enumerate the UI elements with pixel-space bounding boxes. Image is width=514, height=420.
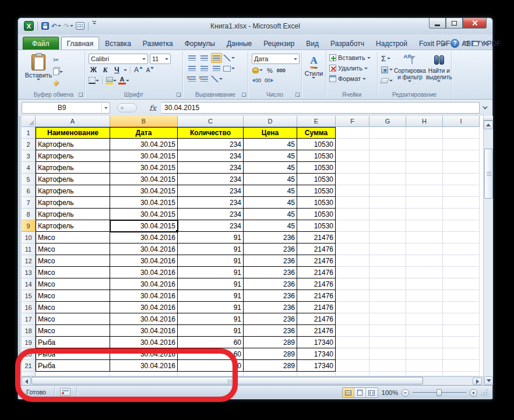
cell-I11[interactable] — [443, 243, 480, 255]
cell-D19[interactable]: 289 — [244, 337, 297, 348]
cell-C4[interactable]: 234 — [178, 162, 244, 174]
cell-F16[interactable] — [336, 302, 369, 313]
cell-A18[interactable]: Мясо — [36, 325, 110, 337]
row-header-9[interactable]: 9 — [22, 220, 36, 232]
tab-разработч[interactable]: Разработч — [325, 37, 370, 50]
cell-E19[interactable]: 17340 — [297, 337, 336, 348]
cell-D7[interactable]: 45 — [244, 197, 297, 209]
cell-G6[interactable] — [369, 185, 406, 197]
copy-button[interactable] — [53, 66, 66, 77]
cell-I20[interactable] — [443, 348, 480, 360]
cell-I1[interactable] — [443, 127, 480, 139]
cell-G12[interactable] — [369, 255, 406, 267]
cell-B18[interactable]: 30.04.2016 — [110, 325, 178, 337]
bold-button[interactable]: Ж — [89, 65, 98, 75]
cell-B19[interactable]: 30.04.2016 — [110, 337, 178, 348]
cell-F14[interactable] — [336, 278, 369, 290]
cell-G1[interactable] — [369, 127, 406, 139]
font-family-select[interactable]: Calibri — [89, 54, 148, 64]
cell-D1[interactable]: Цена — [244, 127, 297, 139]
cell-E20[interactable]: 17340 — [297, 348, 336, 360]
cell-D10[interactable]: 236 — [244, 232, 297, 243]
cell-D3[interactable]: 45 — [244, 150, 297, 162]
cell-H18[interactable] — [406, 325, 443, 337]
page-break-view-button[interactable] — [366, 388, 378, 397]
cell-D16[interactable]: 236 — [244, 302, 297, 313]
col-header-A[interactable]: A — [36, 116, 110, 127]
tab-вид[interactable]: Вид — [300, 37, 325, 50]
cell-H1[interactable] — [406, 127, 443, 139]
row-header-8[interactable]: 8 — [22, 209, 36, 220]
cell-G18[interactable] — [369, 325, 406, 337]
align-middle-button[interactable] — [199, 53, 210, 63]
cell-B8[interactable]: 30.04.2015 — [110, 209, 178, 220]
cell-F9[interactable] — [336, 220, 369, 232]
align-top-button[interactable] — [186, 53, 198, 63]
currency-format-button[interactable] — [252, 65, 263, 75]
cell-E3[interactable]: 10530 — [297, 150, 336, 162]
workbook-minimize-icon[interactable] — [463, 41, 469, 45]
number-format-select[interactable]: Дата — [252, 54, 300, 64]
cell-D6[interactable]: 45 — [244, 185, 297, 197]
cell-F1[interactable] — [336, 127, 369, 139]
dialog-launcher-icon[interactable] — [242, 93, 247, 97]
cell-H21[interactable] — [406, 360, 443, 372]
font-size-select[interactable]: 11 — [150, 54, 171, 64]
cell-A9[interactable]: Картофель — [36, 220, 110, 232]
resize-grip[interactable] — [481, 389, 488, 396]
cell-C16[interactable]: 91 — [178, 302, 244, 313]
cell-H9[interactable] — [406, 220, 443, 232]
shrink-font-button[interactable]: А — [145, 65, 155, 75]
formula-input[interactable]: 30.04.2015 — [161, 102, 480, 114]
row-header-18[interactable]: 18 — [22, 325, 36, 337]
cell-I17[interactable] — [443, 313, 480, 325]
cell-E13[interactable]: 21476 — [297, 267, 336, 278]
cell-D15[interactable]: 236 — [244, 290, 297, 302]
cell-C20[interactable]: 60 — [178, 348, 244, 360]
cell-D14[interactable]: 236 — [244, 278, 297, 290]
row-header-6[interactable]: 6 — [22, 185, 36, 197]
cell-F21[interactable] — [336, 360, 369, 372]
cell-F17[interactable] — [336, 313, 369, 325]
cell-G14[interactable] — [369, 278, 406, 290]
cell-A13[interactable]: Мясо — [36, 267, 110, 278]
cell-E7[interactable]: 10530 — [297, 197, 336, 209]
cell-B2[interactable]: 30.04.2015 — [110, 139, 178, 150]
cell-B16[interactable]: 30.04.2016 — [110, 302, 178, 313]
cell-I21[interactable] — [443, 360, 480, 372]
underline-dropdown-icon[interactable] — [124, 69, 127, 71]
scroll-right-button[interactable] — [473, 377, 482, 385]
cut-button[interactable]: ✂ — [53, 55, 66, 65]
font-color-button[interactable]: А — [118, 76, 129, 85]
cell-E9[interactable]: 10530 — [297, 220, 336, 232]
cell-G7[interactable] — [369, 197, 406, 209]
cell-B1[interactable]: Дата — [110, 127, 178, 139]
row-header-10[interactable]: 10 — [22, 232, 36, 243]
workbook-close-icon[interactable] — [483, 41, 488, 46]
cell-A2[interactable]: Картофель — [36, 139, 110, 150]
row-header-11[interactable]: 11 — [22, 243, 36, 255]
cell-A6[interactable]: Картофель — [36, 185, 110, 197]
tab-разметка[interactable]: Разметка — [137, 37, 179, 50]
cell-E21[interactable]: 17340 — [297, 360, 336, 372]
cell-G3[interactable] — [369, 150, 406, 162]
cell-E14[interactable]: 21476 — [297, 278, 336, 290]
formula-bar-splitter[interactable] — [110, 102, 144, 114]
row-header-17[interactable]: 17 — [22, 313, 36, 325]
cell-F5[interactable] — [336, 174, 369, 185]
cell-I9[interactable] — [443, 220, 480, 232]
cell-G16[interactable] — [369, 302, 406, 313]
cell-F11[interactable] — [336, 243, 369, 255]
cell-D11[interactable]: 236 — [244, 243, 297, 255]
cell-B20[interactable]: 30.04.2016 — [110, 348, 178, 360]
row-header-1[interactable]: 1 — [22, 127, 36, 139]
name-box[interactable]: B9 — [22, 102, 110, 114]
vertical-scroll-thumb[interactable] — [484, 149, 493, 199]
italic-button[interactable]: К — [100, 65, 110, 75]
cell-D21[interactable]: 289 — [244, 360, 297, 372]
cell-C15[interactable]: 91 — [178, 290, 244, 302]
cell-H12[interactable] — [406, 255, 443, 267]
restore-button[interactable] — [446, 18, 463, 29]
cell-B11[interactable]: 30.04.2016 — [110, 243, 178, 255]
split-handle[interactable] — [484, 116, 493, 121]
